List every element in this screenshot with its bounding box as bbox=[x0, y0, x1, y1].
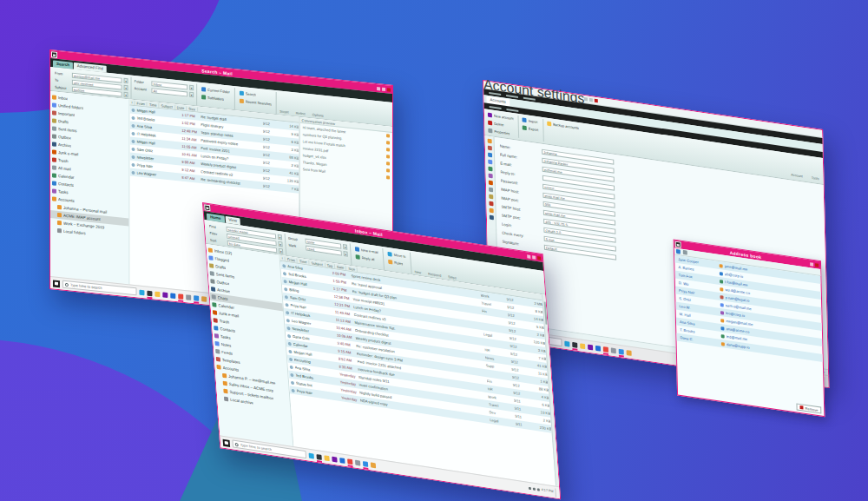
remove-button[interactable]: Remove bbox=[797, 403, 822, 413]
taskbar-app-icon[interactable] bbox=[194, 295, 199, 301]
taskbar-app-icon[interactable] bbox=[627, 350, 632, 356]
side-nav-icon[interactable] bbox=[487, 139, 491, 144]
column-header[interactable]: Size bbox=[187, 106, 198, 111]
chevron-down-icon[interactable]: ▾ bbox=[278, 234, 282, 240]
group-caption: Refine bbox=[296, 111, 306, 115]
taskbar-app-icon[interactable] bbox=[564, 340, 569, 346]
ribbon-group-buttons2: Search Recent Searches bbox=[235, 88, 277, 114]
folder-icon bbox=[52, 181, 56, 186]
chevron-down-icon[interactable]: ▾ bbox=[278, 241, 282, 247]
side-nav-icon[interactable] bbox=[489, 194, 493, 200]
folder-icon bbox=[209, 263, 214, 268]
taskbar-app-icon[interactable] bbox=[588, 344, 593, 350]
column-header[interactable]: Time bbox=[148, 102, 160, 107]
search-icon bbox=[65, 282, 69, 286]
show-desktop-button[interactable] bbox=[824, 377, 825, 386]
start-button[interactable] bbox=[223, 438, 230, 446]
show-desktop-button[interactable] bbox=[555, 488, 557, 497]
ribbon-group-buttons1: Current Folder Subfolders bbox=[197, 84, 235, 110]
taskbar-app-icon[interactable] bbox=[347, 458, 352, 465]
folder-icon bbox=[57, 228, 62, 234]
folder-icon bbox=[214, 318, 218, 323]
contact-icon bbox=[720, 303, 724, 307]
minimize-button[interactable] bbox=[377, 87, 380, 90]
taskbar-app-icon[interactable] bbox=[371, 462, 376, 468]
tray-icon[interactable] bbox=[529, 487, 531, 490]
taskbar-app-icon[interactable] bbox=[580, 343, 585, 349]
close-button[interactable] bbox=[387, 88, 391, 91]
minimize-button[interactable] bbox=[584, 97, 588, 102]
column-header[interactable]: Date bbox=[175, 104, 187, 109]
side-nav-icon[interactable] bbox=[488, 153, 492, 158]
mail-status-icon bbox=[285, 294, 288, 299]
taskbar-app-icon[interactable] bbox=[139, 289, 144, 295]
chevron-down-icon[interactable]: ▾ bbox=[343, 251, 347, 257]
chevron-down-icon[interactable]: ▾ bbox=[189, 84, 194, 90]
mail-status-icon bbox=[132, 131, 135, 135]
side-nav-icon[interactable] bbox=[489, 201, 493, 207]
taskbar-app-icon[interactable] bbox=[595, 345, 601, 351]
minimize-button[interactable] bbox=[527, 254, 530, 259]
ribbon-button-icon bbox=[240, 98, 244, 103]
taskbar-app-icon[interactable] bbox=[170, 293, 175, 299]
folder-icon bbox=[216, 357, 220, 362]
folder-icon bbox=[52, 142, 56, 147]
folder-icon bbox=[212, 302, 216, 307]
taskbar-app-icon[interactable] bbox=[572, 341, 577, 347]
side-nav-icon[interactable] bbox=[488, 160, 492, 165]
side-nav-icon[interactable] bbox=[489, 208, 493, 214]
taskbar-app-icon[interactable] bbox=[355, 459, 360, 465]
taskbar-app-icon[interactable] bbox=[603, 346, 608, 353]
taskbar-app-icon[interactable] bbox=[619, 348, 624, 354]
close-button[interactable] bbox=[537, 256, 541, 260]
chevron-down-icon[interactable]: ▾ bbox=[343, 244, 347, 250]
edit-contact-icon[interactable] bbox=[683, 250, 687, 255]
taskbar-app-icon[interactable] bbox=[332, 456, 337, 462]
mail-status-icon bbox=[283, 272, 286, 276]
minimize-button[interactable] bbox=[810, 262, 813, 267]
mail-status-icon bbox=[132, 147, 135, 150]
chevron-down-icon[interactable]: ▾ bbox=[124, 84, 128, 90]
side-nav-icon[interactable] bbox=[489, 215, 493, 221]
folder-icon bbox=[52, 126, 56, 131]
taskbar-app-icon[interactable] bbox=[316, 454, 321, 460]
new-contact-icon[interactable] bbox=[676, 249, 681, 254]
taskbar-app-icon[interactable] bbox=[324, 455, 329, 461]
tray-icon[interactable] bbox=[537, 488, 540, 491]
close-button[interactable] bbox=[815, 263, 819, 267]
mail-status-icon bbox=[132, 123, 135, 127]
taskbar-app-icon[interactable] bbox=[363, 461, 368, 467]
taskbar-app-icon[interactable] bbox=[611, 347, 616, 353]
scrollbar-thumb[interactable] bbox=[544, 302, 548, 325]
taskbar-app-icon[interactable] bbox=[147, 290, 152, 296]
side-nav-icon[interactable] bbox=[489, 188, 493, 193]
maximize-button[interactable] bbox=[589, 98, 593, 102]
start-button[interactable] bbox=[53, 280, 60, 287]
chevron-down-icon[interactable]: ▾ bbox=[124, 77, 128, 83]
tray-icon[interactable] bbox=[533, 488, 536, 491]
folder-icon bbox=[52, 110, 56, 115]
taskbar-app-icon[interactable] bbox=[201, 296, 207, 302]
chevron-down-icon[interactable]: ▾ bbox=[189, 91, 194, 97]
chevron-down-icon[interactable]: ▾ bbox=[124, 91, 128, 97]
maximize-button[interactable] bbox=[532, 255, 536, 260]
taskbar-app-icon[interactable] bbox=[162, 292, 168, 298]
side-nav-icon[interactable] bbox=[488, 167, 492, 172]
dialog-controls bbox=[810, 262, 819, 267]
folder-icon bbox=[210, 271, 214, 276]
side-nav-icon[interactable] bbox=[488, 174, 492, 179]
close-button[interactable] bbox=[595, 99, 598, 103]
taskbar-app-icon[interactable] bbox=[178, 293, 183, 300]
taskbar-app-icon[interactable] bbox=[186, 294, 191, 300]
side-nav-icon[interactable] bbox=[488, 181, 492, 186]
taskbar-app-icon[interactable] bbox=[339, 458, 345, 464]
taskbar-app-icon[interactable] bbox=[309, 452, 314, 458]
taskbar-clock[interactable]: 4:17 PM bbox=[541, 488, 553, 493]
attachment-icon bbox=[386, 148, 390, 151]
contact-icon bbox=[720, 295, 724, 300]
column-header[interactable]: From bbox=[135, 101, 148, 106]
side-nav-icon[interactable] bbox=[487, 146, 491, 151]
maximize-button[interactable] bbox=[382, 87, 385, 90]
taskbar-app-icon[interactable] bbox=[155, 291, 160, 297]
chevron-down-icon[interactable]: ▾ bbox=[279, 247, 283, 254]
